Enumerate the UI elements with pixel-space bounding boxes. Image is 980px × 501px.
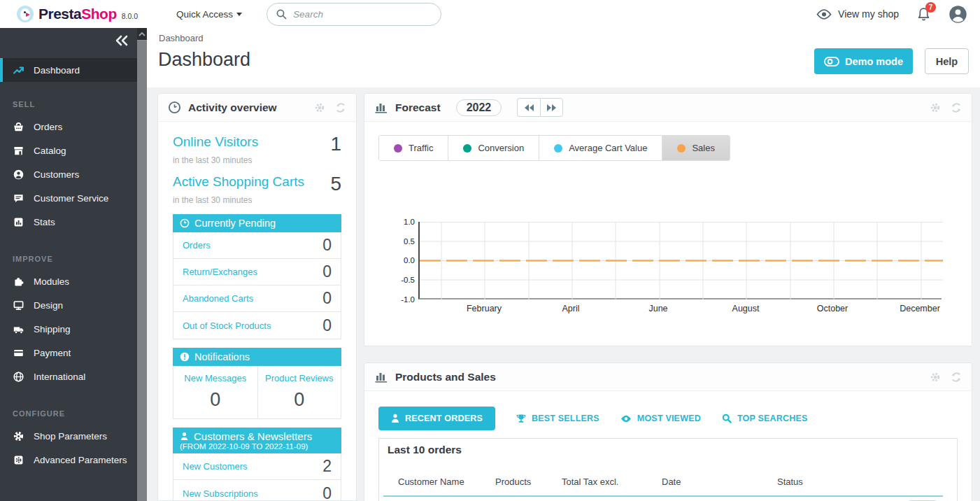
version-label: 8.0.0 <box>122 12 138 20</box>
product-reviews-cell: Product Reviews 0 <box>257 366 341 418</box>
tab-recent-orders[interactable]: RECENT ORDERS <box>378 407 495 430</box>
traffic-dot-icon <box>394 144 402 153</box>
conversion-dot-icon <box>463 144 471 153</box>
tab-sales[interactable]: Sales <box>662 136 730 160</box>
sidebar-item-shipping[interactable]: Shipping <box>0 317 137 341</box>
active-carts-link[interactable]: Active Shopping Carts <box>173 174 304 190</box>
new-subscriptions-value: 0 <box>322 484 332 501</box>
clock-icon <box>180 218 190 228</box>
panel-refresh-button[interactable] <box>951 372 962 383</box>
brand-presta: Presta <box>38 6 81 22</box>
sidebar-item-customers[interactable]: Customers <box>0 162 137 186</box>
view-my-shop-link[interactable]: View my shop <box>816 8 899 20</box>
panel-settings-button[interactable] <box>314 102 325 113</box>
tab-average-cart-value[interactable]: Average Cart Value <box>539 136 662 160</box>
currently-pending-header: Currently Pending <box>173 214 341 232</box>
gear-icon <box>13 430 24 442</box>
sidebar-item-shop-parameters[interactable]: Shop Parameters <box>0 424 137 448</box>
clock-icon <box>168 101 181 114</box>
sidebar-item-label: Shipping <box>34 324 71 334</box>
y-axis-tick: -1.0 <box>387 295 415 304</box>
y-axis-tick: 1.0 <box>387 218 415 226</box>
user-avatar[interactable] <box>949 5 967 24</box>
search-input[interactable] <box>293 9 419 20</box>
quick-access-dropdown[interactable]: Quick Access <box>176 9 242 20</box>
previous-year-button[interactable] <box>517 98 540 117</box>
y-axis-tick: -0.5 <box>387 276 415 284</box>
panel-settings-button[interactable] <box>930 102 941 113</box>
sidebar-item-payment[interactable]: Payment <box>0 341 137 365</box>
search-bar[interactable] <box>267 3 441 26</box>
panel-settings-button[interactable] <box>930 372 941 383</box>
sidebar-item-label: Orders <box>34 122 62 132</box>
tab-conversion[interactable]: Conversion <box>448 136 539 160</box>
chart-icon <box>374 101 388 114</box>
online-visitors-link[interactable]: Online Visitors <box>173 134 258 150</box>
search-icon <box>722 414 732 423</box>
pending-returns-link[interactable]: Return/Exchanges <box>183 267 257 277</box>
abandoned-carts-link[interactable]: Abandoned Carts <box>183 293 253 304</box>
average-cart-dot-icon <box>554 144 562 153</box>
chart-icon <box>374 370 388 383</box>
sidebar-item-label: Modules <box>34 276 69 287</box>
search-icon <box>276 8 287 20</box>
new-customers-link[interactable]: New Customers <box>183 461 247 472</box>
help-button[interactable]: Help <box>925 48 969 74</box>
new-messages-value: 0 <box>173 389 257 411</box>
store-icon <box>13 145 24 157</box>
new-subscriptions-link[interactable]: New Subscriptions <box>183 488 258 499</box>
sidebar-item-modules[interactable]: Modules <box>0 269 137 293</box>
sidebar-item-international[interactable]: International <box>0 365 137 388</box>
column-header-date: Date <box>662 477 777 487</box>
sidebar-collapse-button[interactable] <box>115 35 129 46</box>
pending-orders-link[interactable]: Orders <box>183 240 211 250</box>
new-messages-link[interactable]: New Messages <box>173 373 257 383</box>
panel-title: Products and Sales <box>395 371 496 383</box>
notifications-bell[interactable]: 7 <box>917 7 930 22</box>
page-title: Dashboard <box>158 49 250 71</box>
tab-top-searches[interactable]: TOP SEARCHES <box>722 414 808 423</box>
breadcrumb[interactable]: Dashboard <box>159 33 204 43</box>
sidebar-item-customer-service[interactable]: Customer Service <box>0 186 137 210</box>
next-year-button[interactable] <box>540 98 563 117</box>
sidebar-item-dashboard[interactable]: Dashboard <box>0 58 137 82</box>
out-of-stock-value: 0 <box>322 316 332 335</box>
tab-most-viewed[interactable]: MOST VIEWED <box>620 414 701 423</box>
order-table-row <box>379 497 957 501</box>
trophy-icon <box>516 414 526 423</box>
online-visitors-caption: in the last 30 minutes <box>173 155 341 165</box>
pending-row: Out of Stock Products0 <box>173 312 341 339</box>
chat-bubble-icon <box>13 192 24 204</box>
sidebar-item-stats[interactable]: Stats <box>0 210 137 234</box>
sidebar-section-sell: SELL <box>13 100 137 108</box>
tab-best-sellers[interactable]: BEST SELLERS <box>516 414 599 423</box>
x-axis-tick: April <box>562 304 579 313</box>
sidebar-item-advanced-parameters[interactable]: Advanced Parameters <box>0 448 137 472</box>
customers-newsletters-header: Customers & Newsletters (FROM 2022-10-09… <box>173 428 341 453</box>
forecast-chart-canvas <box>420 222 943 299</box>
orders-table-header: Customer Name Products Total Tax excl. D… <box>383 477 943 497</box>
products-and-sales-panel: Products and Sales RECENT ORDERS BEST SE… <box>364 362 972 501</box>
sidebar-item-label: Stats <box>34 217 55 227</box>
active-carts-value: 5 <box>330 174 341 194</box>
out-of-stock-link[interactable]: Out of Stock Products <box>183 320 271 331</box>
scrollbar-up-button[interactable] <box>137 28 147 40</box>
exclamation-circle-icon <box>180 352 190 362</box>
panel-refresh-button[interactable] <box>335 102 346 113</box>
sidebar-item-design[interactable]: Design <box>0 293 137 317</box>
tab-traffic[interactable]: Traffic <box>379 136 448 160</box>
scrollbar-thumb[interactable] <box>137 40 147 501</box>
caret-down-icon <box>236 13 242 16</box>
product-reviews-link[interactable]: Product Reviews <box>258 373 341 383</box>
chevron-up-icon <box>139 32 145 36</box>
prestashop-logo[interactable]: PrestaShop 8.0.0 <box>17 6 138 22</box>
customers-date-range: (FROM 2022-10-09 TO 2022-11-09) <box>180 442 308 451</box>
notification-count-badge: 7 <box>925 2 936 13</box>
x-axis-tick: October <box>817 304 848 313</box>
sidebar-item-catalog[interactable]: Catalog <box>0 139 137 162</box>
demo-mode-button[interactable]: Demo mode <box>814 48 913 74</box>
sidebar-item-orders[interactable]: Orders <box>0 115 137 139</box>
forecast-panel: Forecast 2022 Traffic Conversion Average… <box>364 93 972 346</box>
panel-refresh-button[interactable] <box>951 102 962 113</box>
puzzle-icon <box>13 276 24 288</box>
